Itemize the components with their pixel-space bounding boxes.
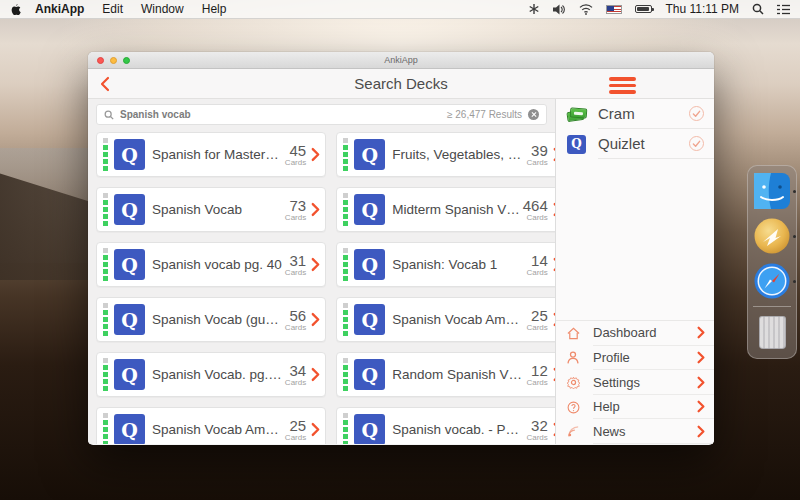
us-flag-icon[interactable]	[606, 5, 622, 14]
menu-bar-left: AnkiAppEditWindowHelp	[0, 2, 235, 16]
running-indicator	[793, 190, 796, 193]
quizlet-q-icon: Q	[567, 135, 586, 154]
deck-card[interactable]: Q Midterm Spanish V… 464Cards	[336, 187, 555, 232]
quizlet-q-icon: Q	[354, 194, 385, 225]
hamburger-menu-button[interactable]	[609, 77, 636, 94]
nav-label: Settings	[593, 375, 697, 390]
menu-ankiapp[interactable]: AnkiApp	[35, 2, 93, 16]
question-icon	[567, 401, 585, 414]
deck-card[interactable]: Q Spanish Vocab Am… 25Cards	[96, 407, 326, 444]
window-content: ≥ 26,477 Results Q Spanish for Master… 4…	[88, 99, 714, 444]
deck-count: 31Cards	[285, 253, 306, 277]
quizlet-q-icon: Q	[114, 359, 145, 390]
chevron-right-icon	[311, 147, 320, 162]
chevron-right-icon	[311, 257, 320, 272]
deck-grid: Q Spanish for Master… 45Cards Q Fruits, …	[96, 132, 547, 444]
menu-help[interactable]: Help	[193, 2, 236, 16]
cram-cards-icon	[567, 108, 587, 121]
menu-bar-status: Thu 11:11 PM	[528, 2, 800, 16]
back-button[interactable]	[100, 76, 110, 96]
deck-card[interactable]: Q Random Spanish V… 12Cards	[336, 352, 555, 397]
nav-item-news[interactable]: News	[556, 419, 714, 444]
chevron-right-icon	[697, 400, 705, 413]
close-button[interactable]	[97, 57, 104, 64]
nav-item-settings[interactable]: Settings	[556, 370, 714, 395]
deck-count: 14Cards	[526, 253, 547, 277]
nav-label: Dashboard	[593, 325, 697, 340]
nav-menu: Dashboard Profile Settings Help News	[556, 320, 714, 444]
nav-item-help[interactable]: Help	[556, 395, 714, 420]
minimize-button[interactable]	[110, 57, 117, 64]
battery-icon[interactable]	[635, 5, 652, 13]
source-label: Quizlet	[598, 135, 689, 152]
dock-icon-trash[interactable]	[752, 312, 792, 352]
menu-bar-clock[interactable]: Thu 11:11 PM	[665, 2, 739, 16]
deck-title: Spanish Vocab. pg.…	[152, 367, 282, 382]
dock-icon-finder[interactable]	[752, 171, 792, 211]
window-title-bar[interactable]: AnkiApp	[88, 52, 714, 69]
dock-icon-ankiapp[interactable]	[752, 216, 792, 256]
deck-progress-indicator	[343, 303, 348, 336]
home-icon	[567, 327, 585, 340]
deck-card[interactable]: Q Spanish Vocab Am… 25Cards	[336, 297, 555, 342]
deck-count: 32Cards	[526, 418, 547, 442]
wifi-icon[interactable]	[579, 4, 593, 15]
deck-card[interactable]: Q Spanish vocab pg. 40 31Cards	[96, 242, 326, 287]
source-cram[interactable]: Cram	[556, 99, 714, 129]
nav-label: Help	[593, 399, 697, 414]
nav-item-dashboard[interactable]: Dashboard	[556, 321, 714, 346]
quizlet-q-icon: Q	[114, 414, 145, 444]
traffic-lights	[97, 57, 130, 64]
dock-divider	[753, 306, 791, 307]
deck-card[interactable]: Q Spanish vocab. - P… 32Cards	[336, 407, 555, 444]
menu-window[interactable]: Window	[132, 2, 193, 16]
deck-card[interactable]: Q Spanish Vocab. pg.… 34Cards	[96, 352, 326, 397]
source-label: Cram	[598, 105, 689, 122]
checked-icon[interactable]	[689, 136, 704, 151]
deck-progress-indicator	[103, 193, 108, 226]
source-quizlet[interactable]: Q Quizlet	[556, 129, 714, 159]
deck-card[interactable]: Q Spanish: Vocab 1 14Cards	[336, 242, 555, 287]
nav-item-profile[interactable]: Profile	[556, 346, 714, 371]
clear-search-icon[interactable]	[528, 109, 539, 120]
checked-icon[interactable]	[689, 106, 704, 121]
deck-card[interactable]: Q Fruits, Vegetables, … 39Cards	[336, 132, 555, 177]
chevron-right-icon	[697, 425, 705, 438]
fan-icon[interactable]	[528, 3, 540, 15]
spotlight-icon[interactable]	[752, 3, 764, 15]
deck-title: Spanish Vocab (gu…	[152, 312, 282, 327]
running-indicator	[793, 235, 796, 238]
apple-menu-icon[interactable]	[10, 3, 21, 16]
deck-count: 464Cards	[523, 198, 548, 222]
quizlet-q-icon: Q	[354, 414, 385, 444]
deck-progress-indicator	[103, 358, 108, 391]
app-header: Search Decks	[88, 69, 714, 99]
quizlet-q-icon: Q	[354, 359, 385, 390]
chevron-right-icon	[697, 376, 705, 389]
gear-icon	[567, 376, 585, 389]
trash-can	[759, 316, 786, 349]
chevron-right-icon	[311, 367, 320, 382]
deck-title: Midterm Spanish V…	[392, 202, 520, 217]
quizlet-q-icon: Q	[354, 249, 385, 280]
deck-count: 39Cards	[526, 143, 547, 167]
zoom-button[interactable]	[123, 57, 130, 64]
deck-count: 73Cards	[285, 198, 306, 222]
notification-center-icon[interactable]	[777, 4, 790, 15]
chevron-right-icon	[311, 422, 320, 437]
deck-title: Spanish Vocab	[152, 202, 282, 217]
deck-card[interactable]: Q Spanish for Master… 45Cards	[96, 132, 326, 177]
deck-card[interactable]: Q Spanish Vocab 73Cards	[96, 187, 326, 232]
deck-progress-indicator	[343, 193, 348, 226]
menu-edit[interactable]: Edit	[93, 2, 132, 16]
search-input[interactable]	[120, 109, 447, 120]
volume-icon[interactable]	[553, 4, 566, 15]
deck-card[interactable]: Q Spanish Vocab (gu… 56Cards	[96, 297, 326, 342]
deck-title: Spanish vocab. - P…	[392, 422, 523, 437]
deck-title: Random Spanish V…	[392, 367, 523, 382]
chevron-right-icon	[311, 202, 320, 217]
window-title: AnkiApp	[384, 55, 418, 65]
ankiapp-window: AnkiApp Search Decks ≥ 26,477 Results Q …	[88, 52, 714, 445]
dock-icon-safari[interactable]	[752, 261, 792, 301]
quizlet-q-icon: Q	[354, 304, 385, 335]
